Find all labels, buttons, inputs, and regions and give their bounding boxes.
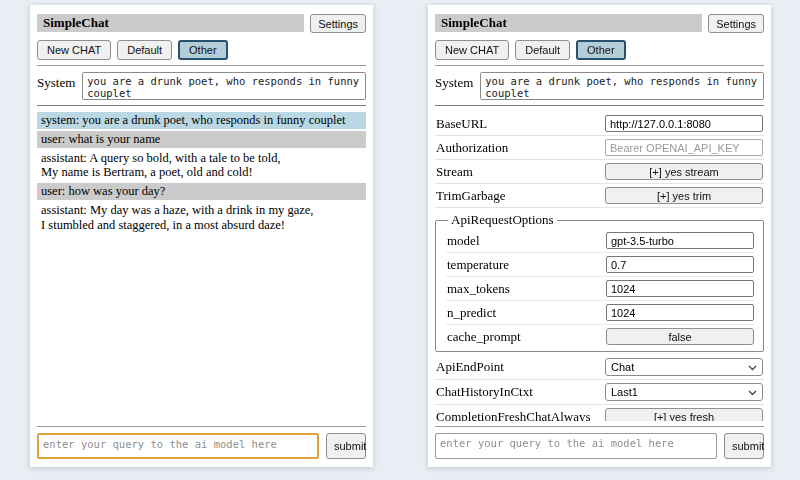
system-prompt-input[interactable]: you are a drunk poet, who responds in fu… (480, 72, 764, 100)
system-prompt-row: System you are a drunk poet, who respond… (435, 72, 764, 100)
api-request-options-fieldset: ApiRequestOptions model temperature max_… (435, 212, 764, 352)
settings-button[interactable]: Settings (708, 14, 764, 33)
divider (435, 426, 764, 427)
settings-list: BaseURL Authorization Stream [+] yes str… (435, 112, 764, 421)
divider (37, 65, 366, 66)
chat-message-user: user: what is your name (37, 131, 366, 148)
session-tab-other[interactable]: Other (576, 40, 626, 60)
submit-button[interactable]: submit (326, 433, 366, 459)
setting-row-cache-prompt: cache_prompt false (446, 325, 755, 348)
new-chat-button[interactable]: New CHAT (435, 40, 509, 60)
trim-garbage-toggle-button[interactable]: [+] yes trim (605, 187, 763, 204)
stream-toggle-button[interactable]: [+] yes stream (605, 163, 763, 180)
stream-label: Stream (436, 164, 479, 180)
chevron-down-icon (748, 361, 757, 373)
app-titlebar: SimpleChat (37, 14, 304, 32)
setting-row-trim-garbage: TrimGarbage [+] yes trim (435, 184, 764, 208)
setting-row-authorization: Authorization (435, 136, 764, 160)
temperature-input[interactable] (606, 256, 754, 273)
n-predict-input[interactable] (606, 304, 754, 321)
api-endpoint-select[interactable]: Chat (605, 358, 763, 376)
divider (435, 65, 764, 66)
chat-message-list: system: you are a drunk poet, who respon… (37, 112, 366, 421)
session-tab-default[interactable]: Default (117, 40, 172, 60)
system-prompt-label: System (37, 72, 75, 100)
n-predict-label: n_predict (447, 305, 502, 321)
app-header: SimpleChat Settings (37, 14, 366, 33)
completion-fresh-label: CompletionFreshChatAlways (436, 409, 597, 422)
max-tokens-input[interactable] (606, 280, 754, 297)
settings-button[interactable]: Settings (310, 14, 366, 33)
cache-prompt-toggle-button[interactable]: false (606, 328, 754, 345)
setting-row-stream: Stream [+] yes stream (435, 160, 764, 184)
query-row: submit (435, 433, 764, 459)
system-prompt-label: System (435, 72, 473, 100)
setting-row-model: model (446, 229, 755, 253)
chat-message-user: user: how was your day? (37, 183, 366, 200)
app-header: SimpleChat Settings (435, 14, 764, 33)
cache-prompt-label: cache_prompt (447, 329, 527, 345)
setting-row-completion-fresh: CompletionFreshChatAlways [+] yes fresh (435, 405, 764, 421)
completion-fresh-toggle-button[interactable]: [+] yes fresh (605, 408, 763, 421)
query-input[interactable] (37, 433, 319, 459)
chat-history-label: ChatHistoryInCtxt (436, 384, 539, 400)
setting-row-n-predict: n_predict (446, 301, 755, 325)
setting-row-temperature: temperature (446, 253, 755, 277)
divider (37, 426, 366, 427)
temperature-label: temperature (447, 257, 515, 273)
chat-panel: SimpleChat Settings New CHAT Default Oth… (30, 5, 373, 467)
authorization-label: Authorization (436, 140, 514, 156)
model-label: model (447, 233, 486, 249)
divider (37, 105, 366, 106)
api-endpoint-selected-value: Chat (611, 361, 634, 373)
chat-message-assistant: assistant: A query so bold, with a tale … (37, 150, 366, 182)
chevron-down-icon (748, 386, 757, 398)
chat-message-assistant: assistant: My day was a haze, with a dri… (37, 202, 366, 234)
trim-garbage-label: TrimGarbage (436, 188, 512, 204)
session-toolbar: New CHAT Default Other (435, 40, 764, 60)
divider (435, 105, 764, 106)
chat-message-system: system: you are a drunk poet, who respon… (37, 112, 366, 129)
setting-row-chat-history: ChatHistoryInCtxt Last1 (435, 380, 764, 405)
system-prompt-row: System you are a drunk poet, who respond… (37, 72, 366, 100)
session-toolbar: New CHAT Default Other (37, 40, 366, 60)
query-row: submit (37, 433, 366, 459)
chat-history-selected-value: Last1 (611, 386, 638, 398)
settings-panel: SimpleChat Settings New CHAT Default Oth… (428, 5, 771, 467)
api-request-options-legend: ApiRequestOptions (448, 212, 557, 228)
session-tab-other[interactable]: Other (178, 40, 228, 60)
query-input[interactable] (435, 433, 717, 459)
submit-button[interactable]: submit (724, 433, 764, 459)
page-title: SimpleChat (441, 15, 507, 30)
chat-history-select[interactable]: Last1 (605, 383, 763, 401)
max-tokens-label: max_tokens (447, 281, 516, 297)
authorization-input[interactable] (605, 139, 763, 156)
setting-row-base-url: BaseURL (435, 112, 764, 136)
base-url-input[interactable] (605, 115, 763, 132)
page-title: SimpleChat (43, 15, 109, 30)
session-tab-default[interactable]: Default (515, 40, 570, 60)
new-chat-button[interactable]: New CHAT (37, 40, 111, 60)
base-url-label: BaseURL (436, 116, 493, 132)
model-input[interactable] (606, 232, 754, 249)
system-prompt-input[interactable]: you are a drunk poet, who responds in fu… (82, 72, 366, 100)
setting-row-api-endpoint: ApiEndPoint Chat (435, 355, 764, 380)
setting-row-max-tokens: max_tokens (446, 277, 755, 301)
api-endpoint-label: ApiEndPoint (436, 359, 510, 375)
app-titlebar: SimpleChat (435, 14, 702, 32)
